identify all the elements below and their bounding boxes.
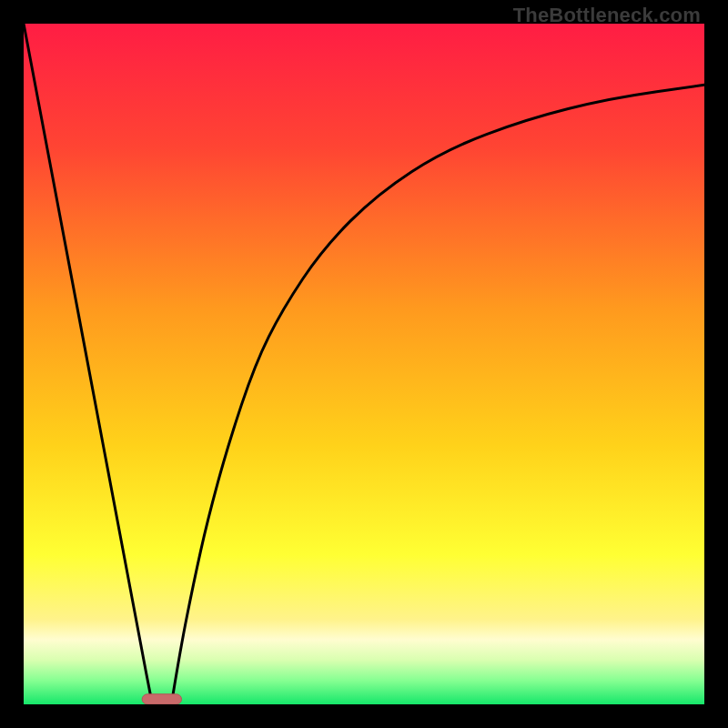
bottleneck-marker (142, 694, 181, 704)
chart-frame: TheBottleneck.com (0, 0, 728, 728)
watermark-text: TheBottleneck.com (513, 4, 701, 27)
right-branch-line (171, 85, 704, 704)
plot-area (24, 24, 704, 704)
left-branch-line (24, 24, 152, 704)
curve-layer (24, 24, 704, 704)
